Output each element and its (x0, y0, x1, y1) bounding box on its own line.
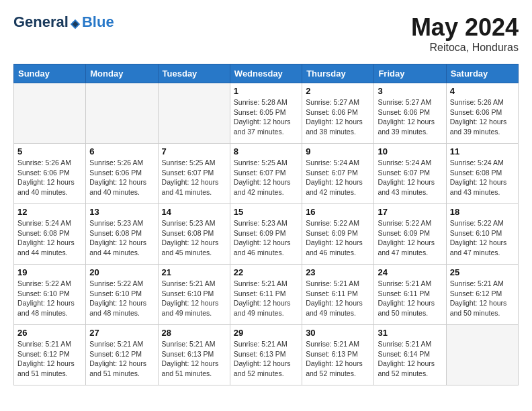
day-info: Sunrise: 5:21 AMSunset: 6:12 PMDaylight:… (450, 279, 515, 318)
day-number: 12 (17, 207, 82, 217)
week-row-1: 1Sunrise: 5:28 AMSunset: 6:05 PMDaylight… (14, 83, 519, 144)
day-info: Sunrise: 5:28 AMSunset: 6:05 PMDaylight:… (234, 97, 298, 137)
day-info: Sunrise: 5:27 AMSunset: 6:06 PMDaylight:… (378, 97, 442, 137)
week-row-4: 19Sunrise: 5:22 AMSunset: 6:10 PMDayligh… (14, 265, 519, 325)
week-row-2: 5Sunrise: 5:26 AMSunset: 6:06 PMDaylight… (14, 144, 519, 204)
calendar-cell: 20Sunrise: 5:22 AMSunset: 6:10 PMDayligh… (86, 265, 158, 325)
day-info: Sunrise: 5:21 AMSunset: 6:12 PMDaylight:… (89, 339, 154, 379)
day-number: 27 (89, 328, 154, 338)
day-number: 6 (89, 146, 154, 156)
calendar-cell: 28Sunrise: 5:21 AMSunset: 6:13 PMDayligh… (158, 325, 230, 385)
day-info: Sunrise: 5:21 AMSunset: 6:13 PMDaylight:… (162, 339, 226, 379)
calendar-cell: 31Sunrise: 5:21 AMSunset: 6:14 PMDayligh… (374, 325, 446, 385)
day-number: 5 (17, 146, 82, 156)
day-info: Sunrise: 5:23 AMSunset: 6:09 PMDaylight:… (234, 218, 298, 258)
day-info: Sunrise: 5:22 AMSunset: 6:10 PMDaylight:… (17, 279, 82, 318)
calendar-cell: 6Sunrise: 5:26 AMSunset: 6:06 PMDaylight… (86, 144, 158, 204)
day-info: Sunrise: 5:22 AMSunset: 6:10 PMDaylight:… (89, 279, 154, 318)
day-info: Sunrise: 5:25 AMSunset: 6:07 PMDaylight:… (162, 158, 226, 197)
calendar-cell: 15Sunrise: 5:23 AMSunset: 6:09 PMDayligh… (230, 204, 302, 265)
day-number: 25 (450, 267, 515, 277)
day-info: Sunrise: 5:25 AMSunset: 6:07 PMDaylight:… (234, 158, 298, 197)
calendar-table: SundayMondayTuesdayWednesdayThursdayFrid… (13, 64, 519, 385)
day-number: 30 (306, 328, 370, 338)
calendar-cell: 12Sunrise: 5:24 AMSunset: 6:08 PMDayligh… (14, 204, 86, 265)
calendar-cell: 10Sunrise: 5:24 AMSunset: 6:07 PMDayligh… (374, 144, 446, 204)
calendar-header-row: SundayMondayTuesdayWednesdayThursdayFrid… (14, 64, 519, 83)
calendar-cell: 14Sunrise: 5:23 AMSunset: 6:08 PMDayligh… (158, 204, 230, 265)
logo-blue: Blue (82, 13, 114, 31)
column-header-thursday: Thursday (302, 64, 374, 83)
calendar-cell: 13Sunrise: 5:23 AMSunset: 6:08 PMDayligh… (86, 204, 158, 265)
calendar-cell: 3Sunrise: 5:27 AMSunset: 6:06 PMDaylight… (374, 83, 446, 144)
day-info: Sunrise: 5:26 AMSunset: 6:06 PMDaylight:… (17, 158, 82, 197)
calendar-cell (158, 83, 230, 144)
column-header-tuesday: Tuesday (158, 64, 230, 83)
day-info: Sunrise: 5:22 AMSunset: 6:09 PMDaylight:… (306, 218, 370, 258)
calendar-title: May 2024 (411, 13, 519, 42)
title-block: May 2024 Reitoca, Honduras (411, 13, 519, 54)
day-info: Sunrise: 5:22 AMSunset: 6:10 PMDaylight:… (450, 218, 515, 258)
calendar-cell: 27Sunrise: 5:21 AMSunset: 6:12 PMDayligh… (86, 325, 158, 385)
day-info: Sunrise: 5:26 AMSunset: 6:06 PMDaylight:… (89, 158, 154, 197)
calendar-location: Reitoca, Honduras (411, 42, 519, 54)
day-number: 16 (306, 207, 370, 217)
day-number: 2 (306, 86, 370, 96)
calendar-cell: 25Sunrise: 5:21 AMSunset: 6:12 PMDayligh… (446, 265, 518, 325)
day-number: 10 (378, 146, 442, 156)
day-info: Sunrise: 5:21 AMSunset: 6:14 PMDaylight:… (378, 339, 442, 379)
day-number: 22 (234, 267, 298, 277)
calendar-cell: 2Sunrise: 5:27 AMSunset: 6:06 PMDaylight… (302, 83, 374, 144)
calendar-cell: 21Sunrise: 5:21 AMSunset: 6:10 PMDayligh… (158, 265, 230, 325)
day-info: Sunrise: 5:22 AMSunset: 6:09 PMDaylight:… (378, 218, 442, 258)
day-number: 14 (162, 207, 226, 217)
column-header-sunday: Sunday (14, 64, 86, 83)
calendar-cell: 17Sunrise: 5:22 AMSunset: 6:09 PMDayligh… (374, 204, 446, 265)
calendar-cell (446, 325, 518, 385)
calendar-cell: 22Sunrise: 5:21 AMSunset: 6:11 PMDayligh… (230, 265, 302, 325)
day-number: 28 (162, 328, 226, 338)
day-number: 26 (17, 328, 82, 338)
calendar-cell: 11Sunrise: 5:24 AMSunset: 6:08 PMDayligh… (446, 144, 518, 204)
day-info: Sunrise: 5:21 AMSunset: 6:11 PMDaylight:… (234, 279, 298, 318)
calendar-cell: 26Sunrise: 5:21 AMSunset: 6:12 PMDayligh… (14, 325, 86, 385)
day-number: 23 (306, 267, 370, 277)
day-number: 17 (378, 207, 442, 217)
column-header-wednesday: Wednesday (230, 64, 302, 83)
day-number: 9 (306, 146, 370, 156)
calendar-cell: 18Sunrise: 5:22 AMSunset: 6:10 PMDayligh… (446, 204, 518, 265)
calendar-cell: 24Sunrise: 5:21 AMSunset: 6:11 PMDayligh… (374, 265, 446, 325)
day-info: Sunrise: 5:23 AMSunset: 6:08 PMDaylight:… (162, 218, 226, 258)
day-info: Sunrise: 5:21 AMSunset: 6:11 PMDaylight:… (378, 279, 442, 318)
logo-general: General (13, 13, 82, 31)
column-header-friday: Friday (374, 64, 446, 83)
day-info: Sunrise: 5:24 AMSunset: 6:08 PMDaylight:… (450, 158, 515, 197)
calendar-cell: 9Sunrise: 5:24 AMSunset: 6:07 PMDaylight… (302, 144, 374, 204)
logo: General Blue (13, 13, 114, 31)
day-number: 31 (378, 328, 442, 338)
column-header-saturday: Saturday (446, 64, 518, 83)
day-number: 15 (234, 207, 298, 217)
week-row-3: 12Sunrise: 5:24 AMSunset: 6:08 PMDayligh… (14, 204, 519, 265)
calendar-cell: 7Sunrise: 5:25 AMSunset: 6:07 PMDaylight… (158, 144, 230, 204)
column-header-monday: Monday (86, 64, 158, 83)
day-number: 1 (234, 86, 298, 96)
day-number: 13 (89, 207, 154, 217)
day-number: 8 (234, 146, 298, 156)
day-info: Sunrise: 5:21 AMSunset: 6:12 PMDaylight:… (17, 339, 82, 379)
day-number: 7 (162, 146, 226, 156)
day-info: Sunrise: 5:24 AMSunset: 6:07 PMDaylight:… (306, 158, 370, 197)
day-info: Sunrise: 5:26 AMSunset: 6:06 PMDaylight:… (450, 97, 515, 137)
day-info: Sunrise: 5:24 AMSunset: 6:08 PMDaylight:… (17, 218, 82, 258)
day-number: 11 (450, 146, 515, 156)
calendar-cell: 5Sunrise: 5:26 AMSunset: 6:06 PMDaylight… (14, 144, 86, 204)
calendar-cell: 23Sunrise: 5:21 AMSunset: 6:11 PMDayligh… (302, 265, 374, 325)
day-number: 29 (234, 328, 298, 338)
day-number: 18 (450, 207, 515, 217)
page-header: General Blue May 2024 Reitoca, Honduras (13, 13, 519, 54)
day-info: Sunrise: 5:27 AMSunset: 6:06 PMDaylight:… (306, 97, 370, 137)
day-number: 3 (378, 86, 442, 96)
calendar-cell: 16Sunrise: 5:22 AMSunset: 6:09 PMDayligh… (302, 204, 374, 265)
day-info: Sunrise: 5:21 AMSunset: 6:10 PMDaylight:… (162, 279, 226, 318)
calendar-cell: 30Sunrise: 5:21 AMSunset: 6:13 PMDayligh… (302, 325, 374, 385)
